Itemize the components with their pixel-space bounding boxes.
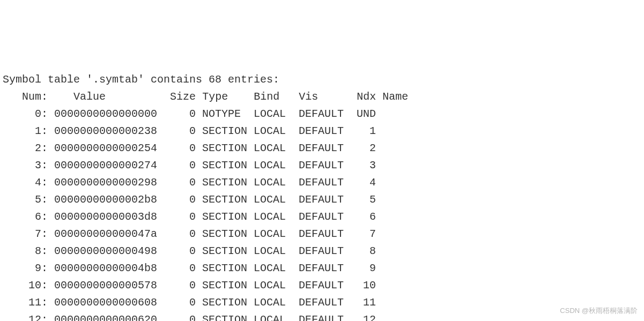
terminal-output: Symbol table '.symtab' contains 68 entri… [3,71,641,321]
header-row: Num: Value Size Type Bind Vis Ndx Name [3,91,408,103]
header-name: Name [382,91,408,103]
header-value: Value [73,91,106,103]
title-line: Symbol table '.symtab' contains 68 entri… [3,73,279,86]
header-bind: Bind [254,91,279,103]
header-ndx: Ndx [357,91,376,103]
header-type: Type [202,91,228,103]
header-size: Size [170,91,196,103]
header-num: Num: [22,91,48,103]
watermark: CSDN @秋雨梧桐落满阶 [560,305,638,317]
data-rows: 0: 0000000000000000 0 NOTYPE LOCAL DEFAU… [3,108,382,321]
header-vis: Vis [299,91,318,103]
